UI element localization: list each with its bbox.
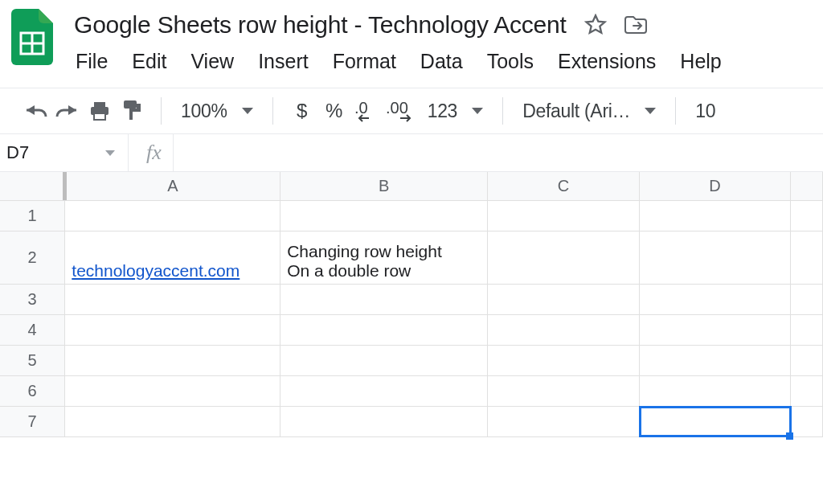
cell[interactable]: Changing row height On a double row [280,232,488,284]
menu-data[interactable]: Data [420,50,463,73]
row-header[interactable]: 2 [0,232,65,284]
cell[interactable] [488,346,640,375]
percent-button[interactable]: % [320,96,349,125]
separator [675,97,676,125]
star-icon[interactable] [583,12,608,38]
column-header[interactable] [791,172,823,200]
cell[interactable] [488,407,640,436]
selection-handle[interactable] [786,432,793,440]
row-header[interactable]: 6 [0,376,65,406]
menu-format[interactable]: Format [333,50,396,73]
row-header[interactable]: 7 [0,407,65,436]
sheets-logo[interactable] [11,8,53,66]
cell[interactable] [488,285,640,314]
grid-row: 7 [0,407,823,437]
menu-insert[interactable]: Insert [258,50,309,73]
grid-row: 1 [0,201,823,232]
svg-text:.00: .00 [386,99,408,117]
cell[interactable] [280,407,488,436]
cell[interactable] [280,201,488,231]
menu-tools[interactable]: Tools [487,50,534,73]
chevron-down-icon [472,108,483,114]
paint-format-button[interactable] [117,96,146,125]
svg-rect-6 [124,100,137,109]
cell[interactable] [65,376,280,406]
column-header[interactable]: C [488,172,640,200]
column-header[interactable]: A [65,172,280,200]
name-box-value: D7 [6,142,29,163]
chevron-down-icon [242,108,253,114]
cell[interactable] [640,376,792,406]
cell[interactable] [791,285,823,314]
cell[interactable] [791,376,823,406]
cell[interactable] [640,201,792,231]
cell[interactable] [640,407,792,436]
menu-bar: File Edit View Insert Format Data Tools … [74,39,812,88]
increase-decimal-button[interactable]: .00 [384,96,420,125]
zoom-value: 100% [181,100,227,122]
font-select[interactable]: Default (Ari… [518,96,661,125]
menu-edit[interactable]: Edit [132,50,166,73]
cell[interactable] [65,346,280,375]
cell[interactable]: technologyaccent.com [65,232,280,284]
cell[interactable] [65,407,280,436]
separator [161,97,162,125]
cell[interactable] [280,285,488,314]
cell[interactable] [280,346,488,375]
cell[interactable] [791,407,823,436]
column-header[interactable]: D [640,172,792,200]
undo-button[interactable] [21,96,50,125]
grid-row: 5 [0,346,823,376]
fx-icon: fx [129,141,173,165]
cell[interactable] [640,232,792,284]
print-button[interactable] [85,96,114,125]
cell[interactable] [488,315,640,345]
zoom-select[interactable]: 100% [176,96,258,125]
cell[interactable] [791,232,823,284]
row-header[interactable]: 1 [0,201,65,231]
redo-button[interactable] [53,96,82,125]
row-header[interactable]: 5 [0,346,65,375]
currency-button[interactable]: $ [288,96,317,125]
cell[interactable] [791,315,823,345]
header: Google Sheets row height - Technology Ac… [0,0,823,88]
cell-link[interactable]: technologyaccent.com [72,261,240,281]
cell[interactable] [65,285,280,314]
column-header[interactable]: B [280,172,488,200]
cell[interactable] [280,376,488,406]
toolbar: 100% $ % .0 .00 123 Default (Ari… 10 [0,88,823,133]
cell[interactable] [280,315,488,345]
svg-rect-5 [94,113,105,120]
menu-extensions[interactable]: Extensions [558,50,656,73]
separator [272,97,273,125]
cell[interactable] [640,315,792,345]
decrease-decimal-button[interactable]: .0 [352,96,381,125]
name-box[interactable]: D7 [0,134,129,171]
row-header[interactable]: 4 [0,315,65,345]
formula-input[interactable] [173,134,823,171]
cell[interactable] [488,376,640,406]
move-icon[interactable] [623,12,649,38]
row-header[interactable]: 3 [0,285,65,314]
cell[interactable] [65,201,280,231]
grid-row: 2technologyaccent.comChanging row height… [0,232,823,285]
font-size[interactable]: 10 [690,96,720,125]
menu-view[interactable]: View [190,50,234,73]
cell[interactable] [640,346,792,375]
menu-help[interactable]: Help [680,50,721,73]
spreadsheet-grid[interactable]: ABCD 12technologyaccent.comChanging row … [0,172,823,437]
menu-file[interactable]: File [76,50,108,73]
title-area: Google Sheets row height - Technology Ac… [74,8,812,88]
document-title[interactable]: Google Sheets row height - Technology Ac… [74,8,567,39]
grid-row: 4 [0,315,823,346]
chevron-down-icon [105,150,115,156]
cell[interactable] [791,346,823,375]
cell[interactable] [488,232,640,284]
cell[interactable] [791,201,823,231]
number-format-select[interactable]: 123 [423,96,488,125]
cell[interactable] [488,201,640,231]
cell[interactable] [65,315,280,345]
cell[interactable] [640,285,792,314]
select-all-corner[interactable] [0,172,65,200]
name-box-row: D7 fx [0,133,823,172]
